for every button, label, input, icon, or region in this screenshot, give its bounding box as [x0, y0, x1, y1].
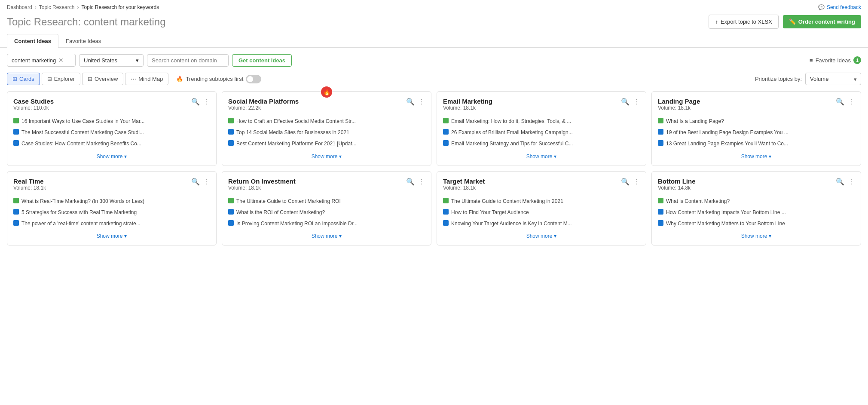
card-items: Email Marketing: How to do it, Strategie… — [443, 118, 640, 148]
card-actions: 🔍 ⋮ — [836, 98, 855, 106]
country-selector[interactable]: United States ▾ — [79, 54, 144, 67]
overview-icon: ⊞ — [88, 76, 92, 82]
svg-rect-20 — [443, 220, 449, 226]
more-options-icon[interactable]: ⋮ — [203, 178, 210, 186]
view-overview-button[interactable]: ⊞ Overview — [82, 73, 123, 85]
blue-item-icon — [443, 140, 449, 148]
svg-rect-12 — [13, 198, 19, 203]
card-items: What is Real-Time Marketing? (In 300 Wor… — [13, 198, 210, 228]
search-icon[interactable]: 🔍 — [836, 98, 844, 106]
domain-search-input[interactable] — [147, 54, 229, 67]
svg-rect-22 — [658, 209, 663, 215]
card-social-media-platforms: 🔥 Social Media Platforms Volume: 22.2k 🔍… — [222, 91, 431, 166]
item-text: The Ultimate Guide to Content Marketing … — [451, 198, 563, 205]
card-item: What is Content Marketing? — [658, 198, 855, 206]
svg-rect-3 — [228, 118, 234, 123]
view-cards-button[interactable]: ⊞ Cards — [7, 73, 40, 85]
get-content-ideas-button[interactable]: Get content ideas — [232, 54, 292, 67]
show-more-button[interactable]: Show more ▾ — [13, 153, 210, 160]
item-text: Why Content Marketing Matters to Your Bo… — [666, 220, 785, 227]
card-item: 5 Strategies for Success with Real Time … — [13, 209, 210, 217]
show-more-button[interactable]: Show more ▾ — [443, 233, 640, 239]
keyword-clear[interactable]: ✕ — [58, 57, 64, 64]
show-more-button[interactable]: Show more ▾ — [443, 153, 640, 160]
chevron-down-icon: ▾ — [769, 153, 771, 160]
show-more-button[interactable]: Show more ▾ — [228, 153, 425, 160]
more-options-icon[interactable]: ⋮ — [203, 98, 210, 106]
more-options-icon[interactable]: ⋮ — [418, 178, 425, 186]
breadcrumb-topic-research[interactable]: Topic Research — [39, 4, 75, 10]
card-title: Case Studies Volume: 110.0k — [13, 98, 54, 116]
send-feedback-button[interactable]: 💬 Send feedback — [818, 4, 861, 10]
item-text: 5 Strategies for Success with Real Time … — [21, 209, 137, 216]
search-icon[interactable]: 🔍 — [406, 98, 415, 106]
keyword-field[interactable]: content marketing ✕ — [7, 54, 76, 67]
breadcrumb-dashboard[interactable]: Dashboard — [7, 4, 32, 10]
svg-rect-7 — [443, 129, 449, 135]
card-header: Email Marketing Volume: 18.1k 🔍 ⋮ — [443, 98, 640, 116]
item-text: Is Proving Content Marketing ROI an Impo… — [236, 220, 358, 227]
tab-content-ideas[interactable]: Content Ideas — [7, 34, 58, 48]
chevron-down-icon: ▾ — [124, 153, 127, 160]
page-header: Topic Research: content marketing ↑ Expo… — [0, 12, 868, 34]
svg-rect-15 — [228, 198, 234, 203]
fav-ideas-label: Favorite Ideas — [816, 57, 851, 64]
svg-rect-11 — [658, 140, 663, 146]
more-options-icon[interactable]: ⋮ — [848, 178, 855, 186]
header-actions: ↑ Export topic to XLSX ✏️ Order content … — [709, 15, 861, 29]
search-icon[interactable]: 🔍 — [621, 178, 630, 186]
item-text: 16 Important Ways to Use Case Studies in… — [21, 118, 144, 125]
priority-select[interactable]: Volume Difficulty Topic Efficiency — [805, 73, 861, 85]
card-item: 16 Important Ways to Use Case Studies in… — [13, 118, 210, 126]
favorite-ideas-toggle[interactable]: ≡ Favorite Ideas 1 — [810, 56, 861, 64]
card-item: How to Craft an Effective Social Media C… — [228, 118, 425, 126]
blue-item-icon — [443, 129, 449, 137]
show-more-button[interactable]: Show more ▾ — [228, 233, 425, 239]
card-header: Bottom Line Volume: 14.8k 🔍 ⋮ — [658, 178, 855, 196]
show-more-button[interactable]: Show more ▾ — [13, 233, 210, 239]
export-button[interactable]: ↑ Export topic to XLSX — [709, 15, 778, 29]
card-item: Best Content Marketing Platforms For 202… — [228, 140, 425, 148]
card-items: What Is a Landing Page? 19 of the Best L… — [658, 118, 855, 148]
view-mindmap-button[interactable]: ⋯ Mind Map — [125, 73, 168, 85]
green-item-icon — [228, 198, 234, 206]
mindmap-icon: ⋯ — [131, 76, 136, 82]
search-icon[interactable]: 🔍 — [191, 178, 200, 186]
card-actions: 🔍 ⋮ — [406, 98, 425, 106]
more-options-icon[interactable]: ⋮ — [633, 178, 640, 186]
item-text: Case Studies: How Content Marketing Bene… — [21, 140, 141, 147]
show-more-button[interactable]: Show more ▾ — [658, 233, 855, 239]
keyword-value: content marketing — [12, 57, 56, 64]
item-text: 19 of the Best Landing Page Design Examp… — [666, 129, 789, 136]
search-icon[interactable]: 🔍 — [191, 98, 200, 106]
more-options-icon[interactable]: ⋮ — [848, 98, 855, 106]
search-icon[interactable]: 🔍 — [406, 178, 415, 186]
svg-rect-4 — [228, 129, 234, 135]
search-icon[interactable]: 🔍 — [621, 98, 630, 106]
chevron-down-icon: ▾ — [769, 233, 771, 239]
card-header: Return On Investment Volume: 18.1k 🔍 ⋮ — [228, 178, 425, 196]
card-item: 13 Great Landing Page Examples You'll Wa… — [658, 140, 855, 148]
card-bottom-line: Bottom Line Volume: 14.8k 🔍 ⋮ What is Co… — [651, 171, 861, 246]
card-landing-page: Landing Page Volume: 18.1k 🔍 ⋮ What Is a… — [651, 91, 861, 166]
cards-icon: ⊞ — [12, 76, 17, 82]
cards-grid: Case Studies Volume: 110.0k 🔍 ⋮ 16 Impor… — [0, 91, 868, 254]
show-more-button[interactable]: Show more ▾ — [658, 153, 855, 160]
view-toggle-bar: ⊞ Cards ⊟ Explorer ⊞ Overview ⋯ Mind Map… — [0, 73, 868, 91]
more-options-icon[interactable]: ⋮ — [633, 98, 640, 106]
card-item: 19 of the Best Landing Page Design Examp… — [658, 129, 855, 137]
item-text: 13 Great Landing Page Examples You'll Wa… — [666, 140, 788, 147]
more-options-icon[interactable]: ⋮ — [418, 98, 425, 106]
card-target-market: Target Market Volume: 18.1k 🔍 ⋮ The Ulti… — [437, 171, 646, 246]
priority-select-wrapper[interactable]: Volume Difficulty Topic Efficiency — [805, 73, 861, 85]
view-explorer-button[interactable]: ⊟ Explorer — [42, 73, 80, 85]
trending-toggle[interactable] — [246, 75, 261, 83]
order-writing-button[interactable]: ✏️ Order content writing — [783, 15, 861, 28]
svg-rect-8 — [443, 140, 449, 146]
breadcrumb: Dashboard › Topic Research › Topic Resea… — [0, 0, 868, 12]
card-item: Email Marketing Strategy and Tips for Su… — [443, 140, 640, 148]
item-text: The power of a 'real-time' content marke… — [21, 220, 141, 227]
item-text: 26 Examples of Brilliant Email Marketing… — [451, 129, 573, 136]
search-icon[interactable]: 🔍 — [836, 178, 844, 186]
tab-favorite-ideas[interactable]: Favorite Ideas — [58, 34, 108, 48]
